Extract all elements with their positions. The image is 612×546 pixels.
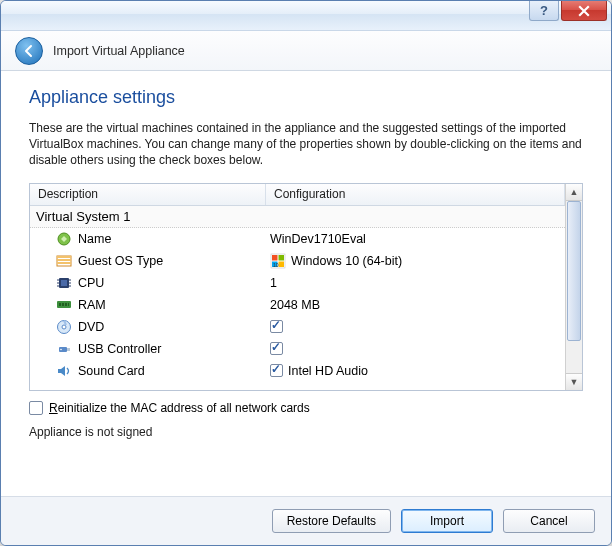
close-icon <box>578 5 590 17</box>
wizard-header: Import Virtual Appliance <box>1 31 611 71</box>
section-title: Appliance settings <box>29 87 583 108</box>
row-checkbox[interactable] <box>270 342 283 355</box>
dialog-window: ? Import Virtual Appliance Appliance set… <box>0 0 612 546</box>
import-button[interactable]: Import <box>401 509 493 533</box>
scroll-up-button[interactable]: ▲ <box>566 184 582 201</box>
column-description[interactable]: Description <box>30 184 266 205</box>
help-button[interactable]: ? <box>529 1 559 21</box>
mac-reinit-label: Reinitialize the MAC address of all netw… <box>49 401 310 415</box>
scroll-down-button[interactable]: ▼ <box>566 373 582 390</box>
row-description: DVD <box>78 320 104 334</box>
svg-rect-12 <box>61 280 67 286</box>
signature-note: Appliance is not signed <box>29 425 583 439</box>
sound-icon <box>56 363 72 379</box>
row-configuration: Intel HD Audio <box>288 364 368 378</box>
row-configuration: 2048 MB <box>270 298 320 312</box>
row-checkbox[interactable] <box>270 320 283 333</box>
column-configuration[interactable]: Configuration <box>266 184 565 205</box>
row-description: USB Controller <box>78 342 161 356</box>
svg-rect-27 <box>67 348 70 351</box>
table-row[interactable]: NameWinDev1710Eval <box>30 228 565 250</box>
dvd-icon <box>56 319 72 335</box>
cpu-icon <box>56 275 72 291</box>
mac-reinit-checkbox[interactable] <box>29 401 43 415</box>
svg-rect-20 <box>59 303 61 306</box>
table-row[interactable]: DVD <box>30 316 565 338</box>
group-row[interactable]: Virtual System 1 <box>30 206 565 228</box>
svg-rect-7 <box>279 255 285 261</box>
content-area: Appliance settings These are the virtual… <box>1 71 611 496</box>
row-configuration: WinDev1710Eval <box>270 232 366 246</box>
restore-defaults-button[interactable]: Restore Defaults <box>272 509 391 533</box>
row-description: Name <box>78 232 111 246</box>
row-configuration: Windows 10 (64-bit) <box>291 254 402 268</box>
cancel-button[interactable]: Cancel <box>503 509 595 533</box>
arrow-left-icon <box>22 44 36 58</box>
help-icon: ? <box>540 3 548 18</box>
svg-rect-2 <box>57 256 71 258</box>
svg-rect-21 <box>62 303 64 306</box>
svg-point-25 <box>62 325 66 329</box>
table-row[interactable]: CPU1 <box>30 272 565 294</box>
table-row[interactable]: Guest OS Type10Windows 10 (64-bit) <box>30 250 565 272</box>
column-headers: Description Configuration <box>30 184 565 206</box>
row-description: Sound Card <box>78 364 145 378</box>
vertical-scrollbar[interactable]: ▲ ▼ <box>565 184 582 390</box>
scroll-thumb[interactable] <box>567 201 581 341</box>
close-button[interactable] <box>561 1 607 21</box>
back-button[interactable] <box>15 37 43 65</box>
os-icon <box>56 253 72 269</box>
wizard-title: Import Virtual Appliance <box>53 44 185 58</box>
table-row[interactable]: USB Controller <box>30 338 565 360</box>
dialog-footer: Restore Defaults Import Cancel <box>1 496 611 545</box>
row-description: Guest OS Type <box>78 254 163 268</box>
scroll-track[interactable] <box>566 201 582 373</box>
intro-text: These are the virtual machines contained… <box>29 120 583 169</box>
svg-rect-22 <box>65 303 67 306</box>
svg-rect-23 <box>68 303 69 306</box>
mac-reinit-row[interactable]: Reinitialize the MAC address of all netw… <box>29 401 583 415</box>
svg-rect-4 <box>57 262 71 264</box>
name-icon <box>56 231 72 247</box>
table-row[interactable]: Sound CardIntel HD Audio <box>30 360 565 382</box>
usb-icon <box>56 341 72 357</box>
row-description: CPU <box>78 276 104 290</box>
svg-text:10: 10 <box>273 262 279 268</box>
windows-icon: 10 <box>270 253 286 269</box>
table-row[interactable]: RAM2048 MB <box>30 294 565 316</box>
row-description: RAM <box>78 298 106 312</box>
settings-table: Description Configuration Virtual System… <box>29 183 583 391</box>
svg-rect-9 <box>279 261 285 267</box>
row-configuration: 1 <box>270 276 277 290</box>
ram-icon <box>56 297 72 313</box>
row-checkbox[interactable] <box>270 364 283 377</box>
svg-rect-3 <box>57 259 71 261</box>
titlebar: ? <box>1 1 611 31</box>
svg-rect-6 <box>272 255 278 261</box>
svg-point-28 <box>60 348 62 350</box>
